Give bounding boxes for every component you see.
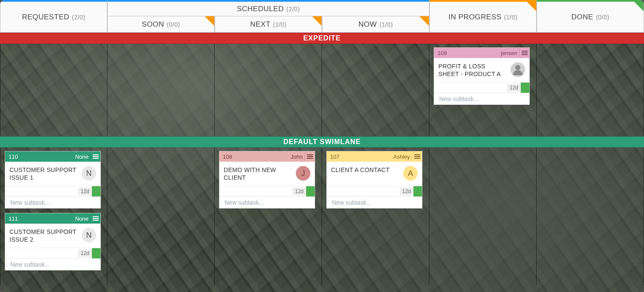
swimlane-header-default[interactable]: DEFAULT SWIMLANE xyxy=(0,136,644,148)
column-header-requested[interactable]: REQUESTED (2/0) xyxy=(0,0,107,33)
column-header-scheduled[interactable]: SCHEDULED (2/0) xyxy=(107,0,429,16)
card-status-pill xyxy=(521,83,529,93)
card-id: 111 xyxy=(9,215,18,222)
cell-default-soon[interactable] xyxy=(107,148,215,285)
avatar-icon xyxy=(510,62,525,77)
swimlane-header-expedite[interactable]: EXPEDITE xyxy=(0,33,644,44)
card-111[interactable]: 111 None CUSTOMER SUPPORT ISSUE 2 N 12d xyxy=(5,213,101,270)
cell-expedite-in-progress[interactable]: 109 jensen PROFIT & LOSS SHEET - PRODUCT… xyxy=(429,44,537,136)
card-header: 110 None xyxy=(5,151,100,162)
avatar: N xyxy=(82,166,96,181)
card-meta: 12d xyxy=(434,82,529,92)
new-subtask-input[interactable] xyxy=(331,199,418,206)
cell-default-next[interactable]: 108 John DEMO WITH NEW CLIENT J 12d xyxy=(215,148,322,285)
card-title: CUSTOMER SUPPORT ISSUE 2 xyxy=(9,228,78,243)
new-subtask-input[interactable] xyxy=(9,261,96,268)
card-menu-icon[interactable] xyxy=(90,215,99,222)
cell-default-in-progress[interactable] xyxy=(429,148,537,285)
column-header-scheduled-group: SCHEDULED (2/0) SOON (0/0) NEXT (1/0) xyxy=(107,0,429,33)
card-title: CLIENT A CONTACT xyxy=(331,166,400,174)
card-menu-icon[interactable] xyxy=(412,153,420,160)
column-header-in-progress[interactable]: IN PROGRESS (1/0) xyxy=(429,0,537,33)
avatar: A xyxy=(403,166,418,181)
card-owner: None xyxy=(75,215,90,222)
swimlane-label: DEFAULT SWIMLANE xyxy=(283,138,361,146)
column-count: (2/0) xyxy=(72,14,85,21)
card-id: 110 xyxy=(9,154,18,160)
avatar: J xyxy=(296,166,310,181)
column-label: NOW xyxy=(358,20,377,29)
column-label: SOON xyxy=(142,20,164,29)
column-header-done[interactable]: DONE (0/0) xyxy=(537,0,644,33)
card-meta: 12d xyxy=(5,186,100,196)
column-label: DONE xyxy=(571,13,593,22)
card-id: 108 xyxy=(223,154,232,160)
card-status-pill xyxy=(306,186,315,197)
card-header: 111 None xyxy=(5,213,100,224)
card-age: 12d xyxy=(507,84,521,92)
new-subtask-input[interactable] xyxy=(224,199,310,206)
swimlane-body-expedite: 109 jensen PROFIT & LOSS SHEET - PRODUCT… xyxy=(0,44,644,136)
cell-default-requested[interactable]: 110 None CUSTOMER SUPPORT ISSUE 1 N 12d xyxy=(0,148,107,285)
column-label: REQUESTED xyxy=(22,13,69,22)
card-meta: 12d xyxy=(5,248,100,258)
new-subtask-input[interactable] xyxy=(9,199,96,206)
limit-indicator-icon xyxy=(312,16,322,26)
column-header-soon[interactable]: SOON (0/0) xyxy=(107,16,215,33)
swimlane-label: EXPEDITE xyxy=(303,34,340,42)
card-subtask-row xyxy=(327,196,422,208)
cell-expedite-now[interactable] xyxy=(322,44,429,136)
kanban-board: REQUESTED (2/0) SCHEDULED (2/0) SOON (0/… xyxy=(0,0,644,292)
card-owner: None xyxy=(75,154,90,160)
card-owner: jensen xyxy=(501,50,519,56)
card-title: PROFIT & LOSS SHEET - PRODUCT A xyxy=(438,62,507,78)
card-status-pill xyxy=(92,248,100,258)
card-subtask-row xyxy=(219,196,315,208)
cell-expedite-next[interactable] xyxy=(215,44,322,136)
card-subtask-row xyxy=(5,258,100,270)
card-meta: 12d xyxy=(327,186,422,196)
column-count: (0/0) xyxy=(596,14,609,21)
card-subtask-row xyxy=(5,196,100,208)
column-header-now[interactable]: NOW (1/0) xyxy=(322,16,429,33)
column-count: (0/0) xyxy=(167,21,180,28)
card-id: 109 xyxy=(437,50,447,56)
card-age: 12d xyxy=(78,249,92,257)
card-107[interactable]: 107 Ashley CLIENT A CONTACT A 12d xyxy=(326,151,422,209)
new-subtask-input[interactable] xyxy=(438,95,525,103)
card-meta: 12d xyxy=(219,186,315,196)
card-age: 12d xyxy=(78,187,92,195)
column-label: SCHEDULED xyxy=(237,5,284,13)
card-age: 12d xyxy=(292,187,306,195)
cell-expedite-soon[interactable] xyxy=(107,44,215,136)
card-109[interactable]: 109 jensen PROFIT & LOSS SHEET - PRODUCT… xyxy=(434,47,530,105)
swimlane-body-default: 110 None CUSTOMER SUPPORT ISSUE 1 N 12d xyxy=(0,148,644,285)
card-110[interactable]: 110 None CUSTOMER SUPPORT ISSUE 1 N 12d xyxy=(5,151,101,209)
card-menu-icon[interactable] xyxy=(304,153,313,160)
column-label: NEXT xyxy=(250,20,270,29)
column-headers: REQUESTED (2/0) SCHEDULED (2/0) SOON (0/… xyxy=(0,0,644,33)
column-count: (1/0) xyxy=(504,14,517,21)
card-status-pill xyxy=(413,186,422,197)
card-owner: John xyxy=(291,154,304,160)
cell-default-now[interactable]: 107 Ashley CLIENT A CONTACT A 12d xyxy=(322,148,429,285)
cell-default-done[interactable] xyxy=(537,148,644,285)
cell-expedite-done[interactable] xyxy=(537,44,644,136)
card-108[interactable]: 108 John DEMO WITH NEW CLIENT J 12d xyxy=(219,151,315,209)
avatar: N xyxy=(82,228,96,243)
column-header-next[interactable]: NEXT (1/0) xyxy=(215,16,322,33)
cell-expedite-requested[interactable] xyxy=(0,44,107,136)
card-menu-icon[interactable] xyxy=(519,49,528,57)
card-menu-icon[interactable] xyxy=(90,153,99,160)
card-title: DEMO WITH NEW CLIENT xyxy=(224,166,292,181)
card-subtask-row xyxy=(434,92,529,105)
card-id: 107 xyxy=(330,154,340,160)
card-header: 108 John xyxy=(219,151,315,162)
limit-indicator-icon xyxy=(205,16,214,26)
limit-indicator-icon xyxy=(527,2,536,11)
limit-indicator-icon xyxy=(419,16,429,26)
column-count: (2/0) xyxy=(286,6,300,12)
card-age: 12d xyxy=(400,187,413,195)
column-count: (1/0) xyxy=(380,21,393,28)
column-label: IN PROGRESS xyxy=(449,13,502,22)
